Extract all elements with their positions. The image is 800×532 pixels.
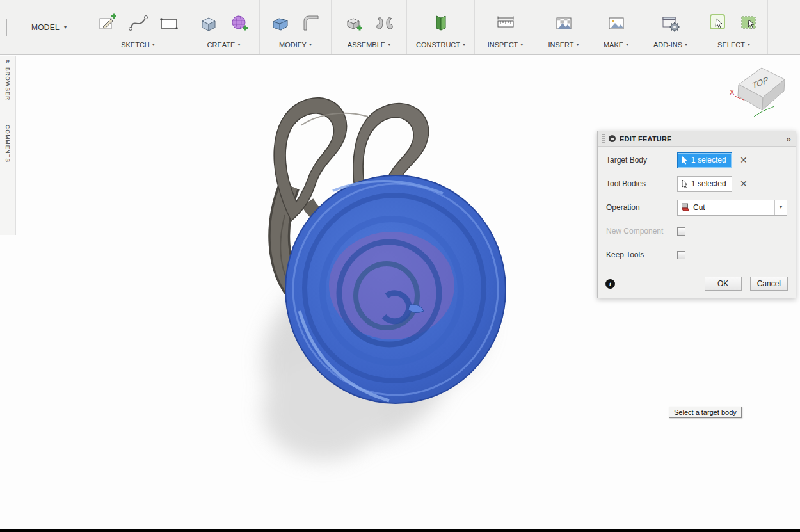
keep-tools-row: Keep Tools bbox=[606, 246, 787, 264]
toolbar-group-create: CREATE ▾ bbox=[188, 0, 260, 54]
toolbar-group-insert: INSERT ▾ bbox=[536, 0, 591, 54]
dialog-drag-grip[interactable] bbox=[602, 134, 605, 143]
toolbar-grip[interactable] bbox=[0, 0, 10, 54]
select-menu[interactable]: SELECT ▾ bbox=[704, 41, 764, 49]
toolbar-group-assemble: ASSEMBLE ▾ bbox=[332, 0, 407, 54]
tool-bodies-row: Tool Bodies 1 selected ✕ bbox=[606, 175, 787, 193]
workspace-label: MODEL bbox=[31, 23, 60, 32]
create-menu[interactable]: CREATE ▾ bbox=[192, 41, 255, 49]
toolbar-group-select: SELECT ▾ bbox=[700, 0, 768, 54]
operation-row: Operation Cut ▾ bbox=[606, 198, 787, 216]
target-body-clear-icon[interactable]: ✕ bbox=[740, 156, 748, 165]
operation-value: Cut bbox=[693, 203, 774, 212]
construction-plane-icon[interactable] bbox=[430, 12, 452, 34]
grip-icon bbox=[4, 19, 7, 36]
addins-scripts-icon[interactable] bbox=[660, 12, 682, 34]
viewcube[interactable]: TOP X bbox=[728, 59, 792, 126]
workspace-switcher[interactable]: MODEL ▾ bbox=[10, 0, 88, 54]
new-component-checkbox[interactable] bbox=[677, 227, 685, 236]
fillet-icon[interactable] bbox=[300, 12, 322, 34]
rectangle-icon[interactable] bbox=[158, 12, 180, 34]
toolbar-group-make: MAKE ▾ bbox=[591, 0, 641, 54]
main-toolbar: MODEL ▾ SKETCH ▾ bbox=[0, 0, 800, 55]
new-component-label: New Component bbox=[606, 227, 677, 236]
joint-icon[interactable] bbox=[374, 12, 396, 34]
toolbar-group-addins: ADD-INS ▾ bbox=[641, 0, 700, 54]
toolbar-group-construct: CONSTRUCT ▾ bbox=[407, 0, 475, 54]
modify-menu[interactable]: MODIFY ▾ bbox=[264, 41, 327, 49]
target-body-selection-button[interactable]: 1 selected bbox=[677, 152, 732, 168]
window-select-icon[interactable] bbox=[739, 12, 760, 34]
new-component-icon[interactable] bbox=[343, 12, 365, 34]
target-body-label: Target Body bbox=[606, 156, 677, 165]
collapse-dialog-icon[interactable]: » bbox=[786, 136, 791, 142]
tool-bodies-selection-button[interactable]: 1 selected bbox=[677, 176, 732, 192]
operation-dropdown[interactable]: Cut ▾ bbox=[677, 200, 787, 216]
chevron-down-icon: ▾ bbox=[237, 42, 240, 47]
prompt-tooltip: Select a target body bbox=[669, 407, 742, 418]
tool-bodies-label: Tool Bodies bbox=[606, 179, 677, 188]
select-cursor-icon[interactable] bbox=[708, 12, 730, 34]
create-form-icon[interactable] bbox=[228, 12, 250, 34]
extrude-icon[interactable] bbox=[198, 12, 220, 34]
toolbar-group-inspect: INSPECT ▾ bbox=[475, 0, 536, 54]
dialog-header: EDIT FEATURE » bbox=[598, 131, 796, 147]
chevron-down-icon: ▾ bbox=[64, 25, 67, 30]
inspect-menu[interactable]: INSPECT ▾ bbox=[479, 41, 532, 49]
chevron-down-icon: ▾ bbox=[748, 42, 750, 47]
info-icon[interactable]: i bbox=[605, 279, 615, 289]
edit-feature-dialog: EDIT FEATURE » Target Body 1 selected ✕ … bbox=[597, 131, 796, 298]
dialog-footer: i OK Cancel bbox=[598, 271, 796, 298]
chevron-down-icon: ▾ bbox=[463, 42, 465, 47]
chevron-down-icon: ▾ bbox=[309, 42, 312, 47]
assemble-menu[interactable]: ASSEMBLE ▾ bbox=[335, 41, 403, 49]
chevron-down-icon: ▾ bbox=[626, 42, 628, 47]
spline-icon[interactable] bbox=[127, 12, 149, 34]
cursor-icon bbox=[682, 180, 688, 188]
create-sketch-icon[interactable] bbox=[97, 12, 118, 34]
ok-button[interactable]: OK bbox=[705, 277, 742, 291]
timeline-bar bbox=[0, 529, 800, 532]
chevron-down-icon: ▾ bbox=[577, 42, 579, 47]
toolbar-group-modify: MODIFY ▾ bbox=[260, 0, 332, 54]
viewcube-x-axis-label: X bbox=[730, 88, 735, 96]
press-pull-icon[interactable] bbox=[269, 12, 291, 34]
keep-tools-checkbox[interactable] bbox=[677, 251, 685, 259]
make-icon[interactable] bbox=[605, 12, 627, 34]
insert-menu[interactable]: INSERT ▾ bbox=[540, 41, 587, 49]
y-axis-line-2 bbox=[754, 111, 762, 117]
toolbar-group-sketch: SKETCH ▾ bbox=[88, 0, 188, 54]
cut-operation-icon bbox=[680, 202, 691, 213]
chevron-down-icon: ▾ bbox=[388, 42, 390, 47]
dialog-body: Target Body 1 selected ✕ Tool Bodies 1 s… bbox=[598, 147, 796, 271]
cursor-icon bbox=[682, 156, 688, 165]
measure-icon[interactable] bbox=[495, 12, 516, 34]
sketch-menu[interactable]: SKETCH ▾ bbox=[92, 41, 184, 49]
chevron-down-icon: ▾ bbox=[685, 42, 687, 47]
blue-body-selected[interactable] bbox=[285, 175, 506, 403]
fusion-window: MODEL ▾ SKETCH ▾ bbox=[0, 0, 800, 532]
new-component-row: New Component bbox=[606, 222, 787, 240]
chevron-down-icon: ▾ bbox=[520, 42, 523, 47]
target-body-row: Target Body 1 selected ✕ bbox=[606, 151, 787, 169]
feature-icon bbox=[609, 135, 616, 142]
chevron-down-icon: ▾ bbox=[152, 42, 155, 47]
dropdown-arrow[interactable]: ▾ bbox=[774, 200, 787, 215]
keep-tools-label: Keep Tools bbox=[606, 250, 677, 259]
dialog-title: EDIT FEATURE bbox=[620, 135, 782, 143]
make-menu[interactable]: MAKE ▾ bbox=[595, 41, 637, 49]
tool-bodies-clear-icon[interactable]: ✕ bbox=[740, 179, 748, 188]
construct-menu[interactable]: CONSTRUCT ▾ bbox=[411, 41, 470, 49]
chevron-down-icon: ▾ bbox=[780, 205, 782, 210]
addins-menu[interactable]: ADD-INS ▾ bbox=[645, 41, 696, 49]
cancel-button[interactable]: Cancel bbox=[750, 277, 788, 291]
operation-label: Operation bbox=[606, 203, 677, 212]
insert-canvas-icon[interactable] bbox=[553, 12, 575, 34]
